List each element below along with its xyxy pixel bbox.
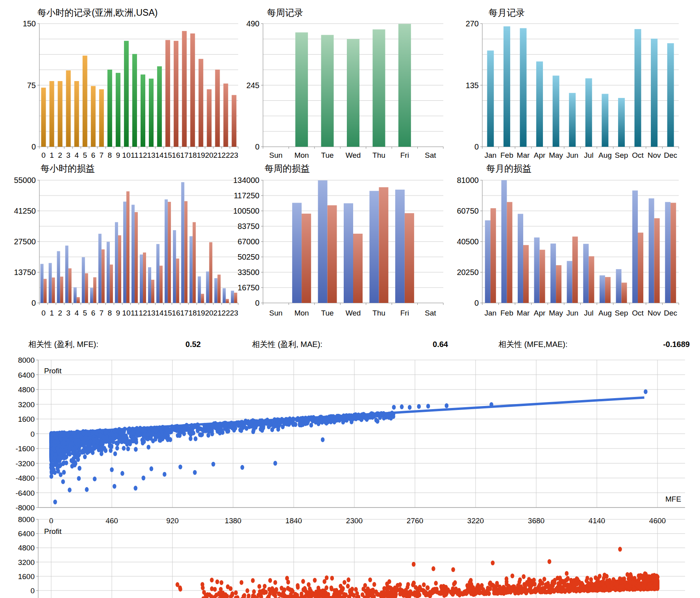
svg-text:23: 23 [230,151,238,159]
weekly-pnl-chart: 0167503350050250670008375010050011725013… [233,176,443,317]
bar-profit-blue-22 [222,288,226,303]
svg-text:18: 18 [189,309,197,317]
bar-loss-red-8 [110,264,113,303]
chart-title-hourly-records: 每小时的记录(亚洲,欧洲,USA) [37,7,157,19]
svg-text:Jun: Jun [566,309,578,317]
bar-profit-blue-19 [198,276,201,303]
bar-profit-blue-Thu [369,191,379,303]
bar-9 [116,73,120,147]
bar-6 [91,86,96,147]
svg-text:14: 14 [156,309,164,317]
svg-text:Aug: Aug [598,309,612,317]
bar-loss-red-Apr [540,250,545,303]
bar-Mar [520,28,526,147]
svg-text:117250: 117250 [234,191,259,200]
trade-statistics-report: 0751500123456789101112131415161718192021… [0,0,700,598]
bar-profit-blue-9 [115,222,118,303]
bar-20 [207,89,211,147]
bar-loss-red-13 [151,280,154,303]
svg-text:13750: 13750 [14,268,36,277]
bar-loss-red-Mon [302,214,311,303]
bar-loss-red-Jun [572,236,578,303]
chart-title-weekly-records: 每周记录 [267,7,303,19]
bar-loss-red-1 [52,277,55,303]
svg-text:6400: 6400 [18,530,35,538]
svg-text:245: 245 [246,81,259,90]
bar-loss-red-Sep [621,282,627,303]
svg-text:3: 3 [66,151,70,159]
bar-Jan [487,50,494,147]
svg-text:Sat: Sat [425,151,436,159]
bar-loss-red-7 [102,249,105,303]
bar-4 [74,81,79,147]
bar-loss-red-Fri [405,213,414,303]
bar-loss-red-Feb [507,202,512,303]
svg-text:100500: 100500 [233,207,259,215]
svg-text:Sun: Sun [269,309,283,317]
bar-profit-blue-18 [189,236,193,303]
hourly-records-bars [41,31,237,147]
svg-text:12: 12 [139,309,147,317]
svg-text:Aug: Aug [598,151,612,159]
svg-text:Thu: Thu [372,151,385,159]
bar-17 [182,31,187,147]
bar-13 [149,79,154,147]
bar-loss-red-4 [77,297,80,303]
svg-text:0: 0 [41,309,46,317]
profit-vs-mae-points [176,547,659,598]
bar-loss-red-2 [60,277,63,303]
svg-text:83750: 83750 [237,222,259,231]
bar-Mon [295,32,308,147]
chart-title-monthly-pnl: 每月的损益 [486,162,531,175]
svg-text:May: May [549,151,563,159]
svg-text:19: 19 [197,309,205,317]
svg-text:27500: 27500 [14,237,36,246]
svg-text:4800: 4800 [18,386,35,394]
bar-Fri [398,24,411,147]
bar-23 [231,95,236,147]
bar-profit-blue-20 [206,271,209,303]
bar-loss-red-18 [193,222,196,303]
svg-text:Fri: Fri [400,309,409,317]
bar-loss-red-Jul [589,256,594,303]
svg-text:16: 16 [172,151,180,159]
svg-text:Fri: Fri [400,151,409,159]
bar-profit-blue-1 [49,263,52,303]
scatter-mae-profit-label: Profit [44,527,61,536]
svg-text:6400: 6400 [18,371,35,379]
bar-loss-red-Tue [328,205,337,303]
svg-text:Oct: Oct [632,151,644,159]
bar-profit-blue-15 [165,199,168,303]
svg-text:Feb: Feb [500,151,513,159]
svg-text:17: 17 [180,309,189,317]
correlation-value: -0.1689 [663,340,690,349]
hourly-pnl-chart: 0137502750041250550000123456789101112131… [14,176,238,317]
svg-text:8000: 8000 [18,515,35,524]
bar-profit-blue-6 [90,288,93,303]
bar-Tue [321,35,334,147]
svg-text:12: 12 [139,151,147,159]
bar-profit-blue-Jul [583,244,589,303]
bar-Jun [569,93,576,147]
bar-19 [198,59,203,147]
svg-text:Sun: Sun [269,151,283,159]
svg-text:21: 21 [213,151,222,159]
bar-loss-red-Aug [605,277,611,303]
bar-profit-blue-11 [131,205,135,303]
svg-text:1: 1 [50,309,54,317]
svg-text:May: May [549,309,563,317]
scatter-mfe-axis-label: MFE [665,495,681,504]
correlation-mfe-mae: 相关性 (MFE,MAE): -0.1689 [498,339,690,350]
svg-text:7: 7 [100,309,104,317]
svg-text:Jul: Jul [584,309,593,317]
svg-text:Wed: Wed [346,151,361,159]
svg-text:21: 21 [213,309,222,317]
svg-text:15: 15 [164,309,172,317]
bar-profit-blue-Apr [534,238,540,303]
svg-text:0: 0 [30,430,35,438]
hourly-records-chart: 0751500123456789101112131415161718192021… [23,19,238,159]
bar-loss-red-12 [143,253,146,303]
bar-profit-blue-Wed [344,203,353,303]
svg-text:270: 270 [466,19,479,28]
weekly-records-chart: 0245490SunMonTueWedThuFriSat [246,19,443,159]
